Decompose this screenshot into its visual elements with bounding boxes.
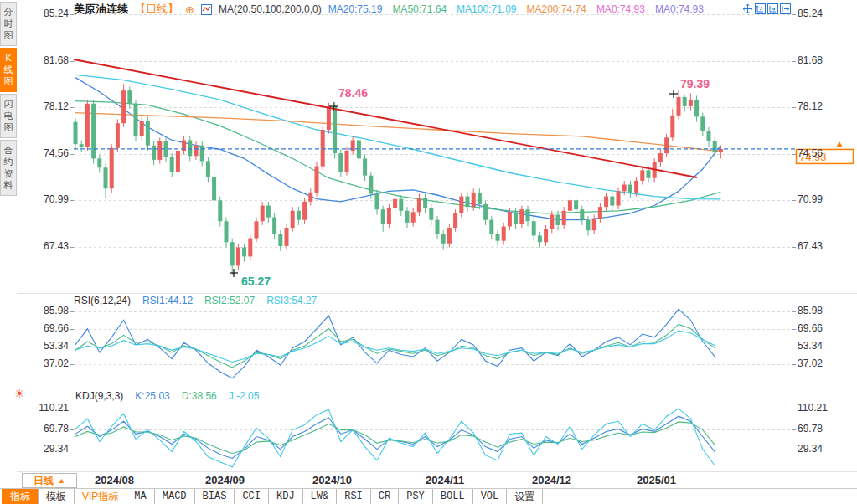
candle	[127, 90, 132, 104]
candle	[707, 131, 711, 141]
ma-value: MA0:74.93	[655, 3, 704, 15]
kdj-value: J:-2.05	[229, 390, 260, 402]
kdj-pane[interactable]	[75, 409, 715, 467]
toolbar-tab-模板[interactable]: 模板	[38, 489, 75, 504]
kdj-title[interactable]: KDJ(9,3,3)	[75, 390, 123, 402]
rsi-pane-line-RSI2	[75, 324, 715, 368]
candle	[562, 211, 566, 225]
toolbar-tab-BIAS[interactable]: BIAS	[194, 489, 235, 504]
main-price-pane[interactable]	[74, 59, 723, 275]
candle	[610, 197, 614, 206]
candle	[266, 206, 271, 218]
toolbar-tab-VIP指标[interactable]: VIP指标	[74, 489, 126, 504]
candle	[176, 151, 180, 172]
sidebar-tab-分时图[interactable]: 分时图	[0, 2, 17, 46]
candle	[242, 247, 246, 256]
candle	[140, 121, 144, 136]
candle	[713, 141, 717, 152]
toolbar-tab-设置[interactable]: 设置	[506, 489, 543, 504]
pan-icon[interactable]	[742, 3, 753, 14]
price-axis-label: 29.34	[798, 443, 848, 455]
price-axis-label: 81.68	[28, 54, 69, 66]
toolbar-tab-KDJ[interactable]: KDJ	[268, 489, 303, 504]
rsi-pane-header: RSI(6,12,24) RSI1:44.12RSI2:52.07RSI3:54…	[74, 295, 317, 306]
candle	[157, 141, 162, 160]
price-axis-label: 70.99	[798, 193, 848, 205]
candle	[677, 97, 681, 116]
shift-right-icon[interactable]	[780, 3, 791, 14]
toolbar-tab-CR[interactable]: CR	[370, 489, 399, 504]
toolbar-tab-LW&[interactable]: LW&	[302, 489, 338, 504]
axis-scale-icon[interactable]	[755, 3, 766, 14]
ma-value: MA20:75.19	[328, 3, 383, 15]
ma-value: MA100:71.09	[457, 3, 516, 15]
period-tag[interactable]: 【日线】	[135, 2, 178, 17]
candle	[285, 228, 289, 246]
toolbar-tab-PSY[interactable]: PSY	[398, 489, 433, 504]
sidebar-tab-闪电图[interactable]: 闪电图	[0, 94, 17, 138]
ma-value: MA50:71.64	[392, 3, 447, 15]
rsi-pane[interactable]	[75, 309, 715, 378]
candle	[628, 185, 632, 193]
candle	[291, 211, 295, 228]
candle	[472, 193, 476, 207]
toolbar-tab-MACD[interactable]: MACD	[154, 489, 195, 504]
price-axis-label: 53.34	[798, 340, 848, 352]
candle	[302, 202, 307, 220]
toolbar-tab-RSI[interactable]: RSI	[336, 489, 371, 504]
brightness-icon[interactable]: ☀	[14, 387, 25, 400]
candle	[423, 198, 427, 208]
candle	[700, 116, 705, 131]
price-axis-label: 37.02	[28, 357, 69, 369]
ma-values-row: MA20:75.19MA50:71.64MA100:71.09MA200:74.…	[328, 3, 704, 15]
price-axis-label: 85.24	[798, 8, 848, 19]
candle	[411, 212, 416, 222]
ma-value: MA200:74.74	[526, 3, 586, 15]
candle	[496, 234, 500, 241]
candle	[532, 221, 536, 235]
axis-expand-icon[interactable]	[767, 3, 778, 14]
price-axis-label: 74.56	[798, 147, 848, 159]
candle	[556, 214, 560, 224]
price-axis-label: 53.34	[28, 340, 69, 352]
rsi-value: RSI3:54.27	[266, 295, 317, 306]
candle	[134, 104, 138, 136]
toolbar-tab-BOLL[interactable]: BOLL	[432, 489, 473, 504]
candle	[519, 209, 524, 224]
candle	[586, 220, 591, 230]
candle	[272, 218, 276, 234]
candle	[514, 212, 518, 224]
kdj-pane-header: KDJ(9,3,3) K:25.03D:38.56J:-2.05	[75, 390, 259, 402]
toolbar-tab-指标[interactable]: 指标	[2, 489, 39, 504]
period-selector[interactable]: 日线▲	[22, 473, 77, 488]
candle	[308, 193, 312, 202]
candle	[97, 158, 101, 167]
candle	[622, 185, 627, 192]
candle	[369, 176, 373, 194]
candle	[598, 207, 602, 219]
add-indicator-icon[interactable]: ⊕	[185, 3, 194, 16]
price-axis-label: 78.12	[798, 100, 848, 112]
candle	[212, 177, 216, 200]
candle	[230, 242, 235, 265]
ma-formula-label[interactable]: MA(20,50,100,200,0,0)	[219, 3, 322, 15]
toolbar-tab-CCI[interactable]: CCI	[234, 489, 269, 504]
candle	[381, 209, 385, 224]
candles-group	[74, 84, 723, 275]
x-axis-date-label: 2024/09	[205, 474, 245, 486]
candle	[170, 157, 174, 172]
rsi-title[interactable]: RSI(6,12,24)	[74, 295, 131, 306]
instrument-title: 美原油连续	[74, 2, 128, 17]
candle	[417, 198, 421, 212]
sidebar-tab-合约资料[interactable]: 合约资料	[0, 140, 17, 196]
toolbar-tab-MA[interactable]: MA	[126, 489, 154, 504]
drawn-trendline[interactable]	[74, 59, 697, 177]
mini-chart-icon[interactable]	[201, 4, 212, 15]
x-axis-date-label: 2024/11	[426, 474, 464, 486]
price-axis-label: 37.02	[798, 357, 848, 369]
candle	[278, 234, 282, 246]
toolbar-tab-VOL[interactable]: VOL	[472, 489, 508, 504]
price-chart-canvas[interactable]: 74.9378.4679.3965.27	[0, 0, 857, 504]
candle	[441, 234, 446, 244]
sidebar-tab-K线图[interactable]: K线图	[0, 48, 17, 92]
